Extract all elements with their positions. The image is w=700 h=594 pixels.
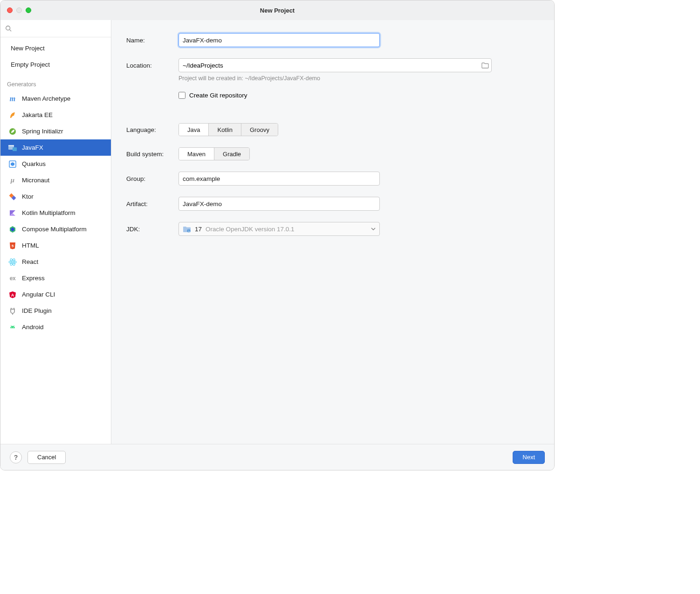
location-input[interactable]: [179, 62, 479, 69]
language-option-groovy[interactable]: Groovy: [241, 124, 278, 136]
name-input[interactable]: [178, 33, 380, 47]
help-button[interactable]: ?: [10, 451, 22, 463]
svg-text:A: A: [11, 293, 14, 297]
sidebar-item-micronaut[interactable]: μ Micronaut: [0, 172, 111, 188]
angular-icon: A: [8, 290, 17, 299]
compose-icon: [8, 225, 17, 234]
svg-line-1: [10, 30, 12, 32]
svg-point-23: [13, 327, 14, 328]
chevron-down-icon: [371, 228, 376, 230]
jdk-detail-text: Oracle OpenJDK version 17.0.1: [206, 226, 295, 233]
location-hint: Project will be created in: ~/IdeaProjec…: [178, 75, 541, 82]
sidebar-item-label: HTML: [22, 242, 39, 249]
express-icon: ex: [8, 274, 17, 283]
sidebar-item-label: Compose Multiplatform: [22, 226, 87, 233]
sidebar-item-label: IDE Plugin: [22, 307, 52, 314]
sidebar: New Project Empty Project Generators m M…: [0, 20, 111, 444]
name-label: Name:: [126, 37, 178, 44]
sidebar-item-label: React: [22, 258, 38, 265]
sidebar-item-label: Kotlin Multiplatform: [22, 209, 75, 216]
sidebar-item-angular-cli[interactable]: A Angular CLI: [0, 286, 111, 303]
html5-icon: 5: [8, 241, 17, 250]
main-panel: Name: Location: Project will be created …: [111, 20, 554, 444]
footer: ? Cancel Next: [0, 444, 554, 470]
language-option-java[interactable]: Java: [179, 124, 209, 136]
sidebar-item-label: Angular CLI: [22, 291, 55, 298]
location-label: Location:: [126, 62, 178, 69]
sidebar-tree: New Project Empty Project Generators m M…: [0, 37, 111, 444]
sidebar-item-ktor[interactable]: Ktor: [0, 188, 111, 205]
micronaut-icon: μ: [8, 176, 17, 185]
zoom-window-button[interactable]: [26, 7, 31, 13]
build-system-label: Build system:: [126, 151, 178, 158]
jdk-folder-icon: [183, 226, 191, 233]
sidebar-item-label: Micronaut: [22, 177, 49, 184]
language-segmented-control: Java Kotlin Groovy: [178, 123, 278, 136]
sidebar-search[interactable]: [0, 22, 111, 35]
svg-marker-7: [11, 162, 14, 166]
sidebar-item-maven-archetype[interactable]: m Maven Archetype: [0, 90, 111, 107]
maven-icon: m: [8, 94, 17, 104]
create-git-checkbox[interactable]: [178, 92, 185, 99]
sidebar-item-label: Android: [22, 324, 44, 331]
sidebar-item-android[interactable]: Android: [0, 319, 111, 335]
search-icon: [5, 25, 12, 32]
sidebar-item-javafx[interactable]: JavaFX: [0, 139, 111, 156]
jdk-label: JDK:: [126, 226, 178, 233]
next-button[interactable]: Next: [513, 451, 545, 464]
location-field[interactable]: [178, 58, 492, 72]
sidebar-item-quarkus[interactable]: Quarkus: [0, 156, 111, 172]
svg-text:5: 5: [12, 244, 14, 248]
sidebar-item-express[interactable]: ex Express: [0, 270, 111, 286]
browse-folder-button[interactable]: [479, 62, 491, 69]
sidebar-item-empty-project[interactable]: Empty Project: [0, 56, 111, 73]
sidebar-item-label: Empty Project: [11, 61, 50, 68]
sidebar-item-react[interactable]: React: [0, 254, 111, 270]
svg-point-22: [11, 327, 12, 328]
sidebar-item-jakarta-ee[interactable]: Jakarta EE: [0, 107, 111, 123]
sidebar-item-label: New Project: [11, 45, 45, 52]
sidebar-item-spring-initializr[interactable]: Spring Initializr: [0, 123, 111, 139]
close-window-button[interactable]: [7, 7, 13, 13]
sidebar-item-ide-plugin[interactable]: IDE Plugin: [0, 303, 111, 319]
quarkus-icon: [8, 159, 17, 169]
sidebar-item-label: JavaFX: [22, 144, 43, 151]
folder-icon: [481, 62, 489, 69]
build-system-segmented-control: Maven Gradle: [178, 147, 250, 160]
language-option-kotlin[interactable]: Kotlin: [209, 124, 241, 136]
svg-rect-4: [8, 145, 14, 146]
build-option-gradle[interactable]: Gradle: [214, 148, 249, 160]
svg-line-24: [11, 325, 12, 326]
spring-icon: [8, 127, 17, 136]
cancel-button[interactable]: Cancel: [27, 451, 66, 464]
group-input[interactable]: [178, 172, 380, 186]
svg-line-25: [14, 325, 14, 326]
react-icon: [8, 257, 17, 267]
kotlin-icon: [8, 208, 17, 218]
group-label: Group:: [126, 175, 178, 182]
build-option-maven[interactable]: Maven: [179, 148, 214, 160]
sidebar-section-generators: Generators: [0, 73, 111, 90]
sidebar-item-compose-multiplatform[interactable]: Compose Multiplatform: [0, 221, 111, 237]
minimize-window-button[interactable]: [16, 7, 22, 13]
sidebar-item-new-project[interactable]: New Project: [0, 40, 111, 56]
jakarta-icon: [8, 111, 17, 120]
create-git-label: Create Git repository: [189, 92, 247, 99]
sidebar-item-label: Maven Archetype: [22, 95, 70, 102]
language-label: Language:: [126, 126, 178, 133]
svg-point-0: [6, 26, 10, 30]
sidebar-item-label: Express: [22, 275, 45, 282]
jdk-version-text: 17: [195, 226, 202, 233]
plugin-icon: [8, 306, 17, 316]
sidebar-item-kotlin-multiplatform[interactable]: Kotlin Multiplatform: [0, 205, 111, 221]
sidebar-item-label: Ktor: [22, 193, 34, 200]
android-icon: [8, 323, 17, 332]
artifact-input[interactable]: [178, 197, 380, 211]
svg-point-19: [12, 261, 14, 262]
titlebar: New Project: [0, 0, 554, 20]
jdk-dropdown[interactable]: 17 Oracle OpenJDK version 17.0.1: [178, 222, 380, 236]
sidebar-item-html[interactable]: 5 HTML: [0, 237, 111, 254]
sidebar-item-label: Jakarta EE: [22, 111, 53, 118]
window-title: New Project: [260, 7, 295, 14]
ktor-icon: [8, 192, 17, 201]
